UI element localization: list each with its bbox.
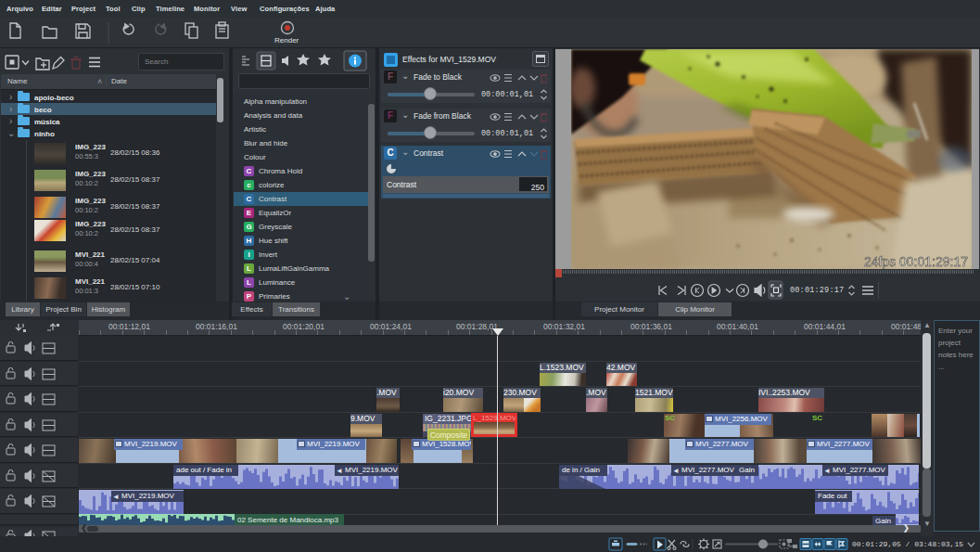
svg-text:24fps 00:01:29:17: 24fps 00:01:29:17 <box>864 254 968 269</box>
